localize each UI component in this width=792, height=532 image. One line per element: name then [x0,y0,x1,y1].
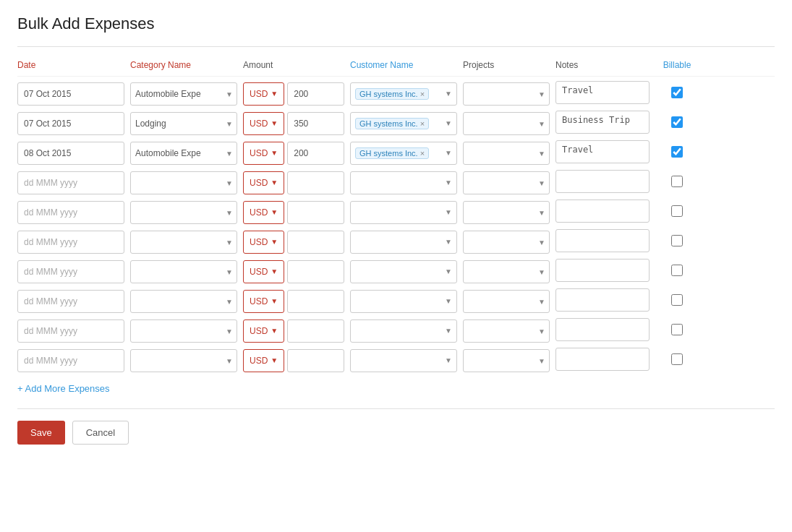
amount-input[interactable] [287,112,344,135]
customer-select[interactable]: ▼ [350,260,457,283]
customer-select[interactable]: GH systems Inc.×▼ [350,82,457,106]
notes-input[interactable] [555,229,650,252]
category-select[interactable]: Automobile ExpeLodgingMealsOffice Suppli… [130,112,237,135]
amount-input[interactable] [287,260,344,283]
projects-select[interactable] [463,290,550,313]
projects-select[interactable] [463,231,550,254]
projects-select[interactable] [463,112,550,135]
currency-button[interactable]: USD▼ [243,201,284,224]
customer-select[interactable]: ▼ [350,171,457,194]
billable-checkbox[interactable] [671,87,683,98]
date-input[interactable] [17,319,124,343]
category-select[interactable]: Automobile ExpeLodgingMealsOffice Suppli… [130,319,237,343]
billable-checkbox[interactable] [671,353,683,365]
notes-input[interactable] [555,318,650,341]
remove-customer-icon[interactable]: × [420,119,425,128]
billable-checkbox[interactable] [671,205,683,217]
category-select[interactable]: Automobile ExpeLodgingMealsOffice Suppli… [130,82,237,106]
category-select[interactable]: Automobile ExpeLodgingMealsOffice Suppli… [130,349,237,372]
save-button[interactable]: Save [17,421,65,445]
billable-checkbox[interactable] [671,235,683,246]
notes-input[interactable] [555,200,650,223]
projects-select[interactable] [463,319,550,343]
date-input[interactable] [17,142,124,165]
date-input[interactable] [17,171,124,194]
col-header-customer: Customer Name [350,60,457,70]
billable-checkbox[interactable] [671,146,683,158]
notes-input[interactable] [555,81,650,104]
amount-input[interactable] [287,82,344,106]
col-header-amount: Amount [243,60,344,70]
date-input[interactable] [17,260,124,283]
notes-input[interactable] [555,140,650,163]
currency-button[interactable]: USD▼ [243,82,284,106]
cancel-button[interactable]: Cancel [72,421,129,445]
notes-input[interactable] [555,259,650,282]
notes-input[interactable] [555,348,650,371]
currency-button[interactable]: USD▼ [243,112,284,135]
table-row: Automobile ExpeLodgingMealsOffice Suppli… [17,288,775,314]
page-title: Bulk Add Expenses [17,14,775,33]
amount-input[interactable] [287,142,344,165]
customer-dropdown-icon: ▼ [445,90,452,98]
projects-select[interactable] [463,171,550,194]
date-input[interactable] [17,231,124,254]
customer-dropdown-icon: ▼ [445,356,452,364]
date-input[interactable] [17,112,124,135]
remove-customer-icon[interactable]: × [420,90,425,98]
notes-input[interactable] [555,288,650,312]
projects-select[interactable] [463,260,550,283]
currency-button[interactable]: USD▼ [243,231,284,254]
billable-checkbox[interactable] [671,294,683,306]
currency-arrow-icon: ▼ [271,267,278,275]
currency-button[interactable]: USD▼ [243,171,284,194]
date-input[interactable] [17,82,124,106]
category-select[interactable]: Automobile ExpeLodgingMealsOffice Suppli… [130,201,237,224]
add-more-button[interactable]: + Add More Expenses [17,383,110,394]
table-row: Automobile ExpeLodgingMealsOffice Suppli… [17,259,775,284]
amount-input[interactable] [287,349,344,372]
currency-button[interactable]: USD▼ [243,349,284,372]
customer-select[interactable]: ▼ [350,231,457,254]
currency-label: USD [250,148,268,158]
notes-input[interactable] [555,111,650,134]
currency-button[interactable]: USD▼ [243,290,284,313]
customer-select[interactable]: ▼ [350,349,457,372]
customer-select[interactable]: ▼ [350,201,457,224]
customer-select[interactable]: ▼ [350,290,457,313]
customer-tag: GH systems Inc.× [355,147,429,159]
amount-input[interactable] [287,201,344,224]
projects-select[interactable] [463,82,550,106]
category-select[interactable]: Automobile ExpeLodgingMealsOffice Suppli… [130,231,237,254]
amount-input[interactable] [287,319,344,343]
date-input[interactable] [17,290,124,313]
category-select[interactable]: Automobile ExpeLodgingMealsOffice Suppli… [130,171,237,194]
date-input[interactable] [17,201,124,224]
customer-select[interactable]: ▼ [350,319,457,343]
amount-input[interactable] [287,231,344,254]
category-select[interactable]: Automobile ExpeLodgingMealsOffice Suppli… [130,142,237,165]
billable-checkbox[interactable] [671,176,683,187]
currency-button[interactable]: USD▼ [243,142,284,165]
remove-customer-icon[interactable]: × [420,149,425,158]
notes-input[interactable] [555,170,650,193]
category-select[interactable]: Automobile ExpeLodgingMealsOffice Suppli… [130,290,237,313]
projects-select[interactable] [463,142,550,165]
currency-label: USD [250,89,268,99]
amount-input[interactable] [287,290,344,313]
customer-select[interactable]: GH systems Inc.×▼ [350,112,457,135]
billable-checkbox[interactable] [671,116,683,128]
currency-button[interactable]: USD▼ [243,319,284,343]
col-header-projects: Projects [463,60,550,70]
customer-dropdown-icon: ▼ [445,149,452,157]
projects-select[interactable] [463,201,550,224]
projects-select[interactable] [463,349,550,372]
billable-checkbox[interactable] [671,265,683,276]
currency-label: USD [250,178,268,188]
category-select[interactable]: Automobile ExpeLodgingMealsOffice Suppli… [130,260,237,283]
billable-checkbox[interactable] [671,324,683,335]
amount-input[interactable] [287,171,344,194]
customer-select[interactable]: GH systems Inc.×▼ [350,142,457,165]
date-input[interactable] [17,349,124,372]
currency-button[interactable]: USD▼ [243,260,284,283]
